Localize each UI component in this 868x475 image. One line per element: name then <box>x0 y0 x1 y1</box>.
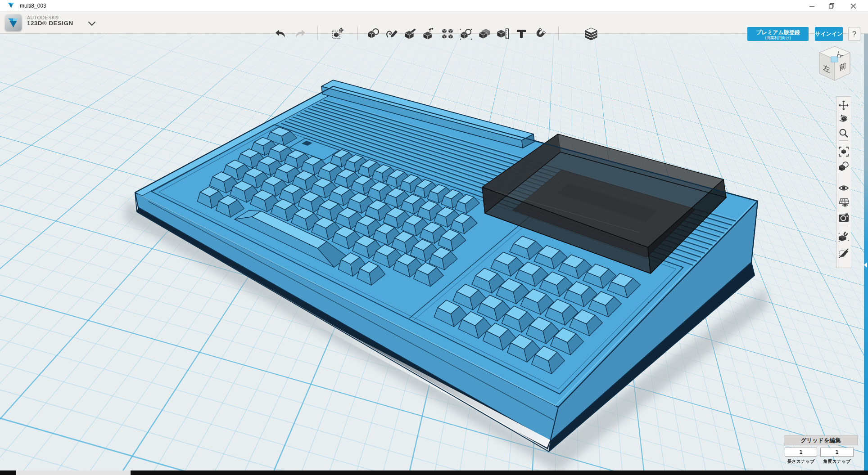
minimize-button[interactable] <box>804 0 819 12</box>
main-toolbar: AUTODESK® 123D® DESIGN <box>0 12 868 34</box>
chevron-down-icon[interactable] <box>88 20 95 28</box>
taskbar-edge <box>0 471 868 475</box>
screenshot-icon[interactable] <box>838 212 849 223</box>
brand-text: AUTODESK® 123D® DESIGN <box>27 15 73 27</box>
grouping-icon[interactable] <box>459 27 473 40</box>
signin-button[interactable]: サインイン <box>815 27 843 41</box>
3d-viewport[interactable]: 上 左 前 <box>0 34 868 471</box>
view-cube[interactable]: 上 左 前 <box>813 44 856 89</box>
angle-snap-label: 角度スナップ <box>819 458 854 465</box>
3d-model-multi8-keyboard[interactable] <box>0 34 868 471</box>
orbit-icon[interactable] <box>838 114 849 125</box>
zoom-icon[interactable] <box>838 128 849 139</box>
app-logo[interactable] <box>5 14 22 31</box>
look-at-icon[interactable] <box>838 161 849 172</box>
angle-snap-input[interactable] <box>820 448 854 457</box>
text-icon[interactable] <box>515 27 528 40</box>
grid-settings-panel: グリッドを編集 長さスナップ 角度スナップ <box>784 435 859 445</box>
fit-view-icon[interactable] <box>838 146 849 157</box>
primitives-icon[interactable] <box>367 27 380 40</box>
toolbar-separator <box>357 27 358 40</box>
taskbar-active-segment <box>16 471 131 475</box>
navigation-toolbar <box>836 96 851 268</box>
app-window-icon <box>8 2 14 10</box>
snap-icon[interactable] <box>533 27 547 40</box>
modify-icon[interactable] <box>422 27 436 40</box>
toolbar-separator <box>317 27 318 40</box>
window-title: multi8_003 <box>20 3 46 9</box>
restore-button[interactable] <box>824 0 839 12</box>
sketch-visibility-icon[interactable] <box>838 248 849 259</box>
redo-icon[interactable] <box>294 27 307 40</box>
nav-separator <box>839 226 848 226</box>
close-button[interactable] <box>845 0 861 12</box>
sketch-icon[interactable] <box>385 27 399 40</box>
premium-register-button[interactable]: プレミアム版登録 (商業利用向け) <box>747 27 809 41</box>
grid-visibility-icon[interactable] <box>838 197 849 208</box>
premium-register-label: プレミアム版登録 <box>747 29 809 36</box>
help-button[interactable]: ? <box>848 27 860 41</box>
visibility-icon[interactable] <box>838 183 849 193</box>
right-panel-strip[interactable] <box>864 34 868 471</box>
brand-123d: 123D® DESIGN <box>27 20 73 27</box>
toolbar-separator <box>558 27 559 40</box>
length-snap-label: 長さスナップ <box>785 458 817 465</box>
length-snap-input[interactable] <box>785 448 817 457</box>
material-icon[interactable] <box>584 27 598 40</box>
title-bar: multi8_003 <box>0 0 868 12</box>
right-panel-collapse-arrow[interactable] <box>864 262 867 268</box>
premium-register-sublabel: (商業利用向け) <box>747 36 809 40</box>
edit-grid-button[interactable]: グリッドを編集 <box>784 435 858 445</box>
pan-icon[interactable] <box>838 100 849 111</box>
construct-icon[interactable] <box>404 27 417 40</box>
nav-separator <box>839 140 848 141</box>
combine-icon[interactable] <box>478 27 491 40</box>
undo-icon[interactable] <box>274 27 287 40</box>
object-snap-icon[interactable] <box>838 231 849 242</box>
pattern-icon[interactable] <box>441 27 454 40</box>
measure-icon[interactable] <box>496 27 510 40</box>
transform-move-icon[interactable] <box>331 27 345 40</box>
